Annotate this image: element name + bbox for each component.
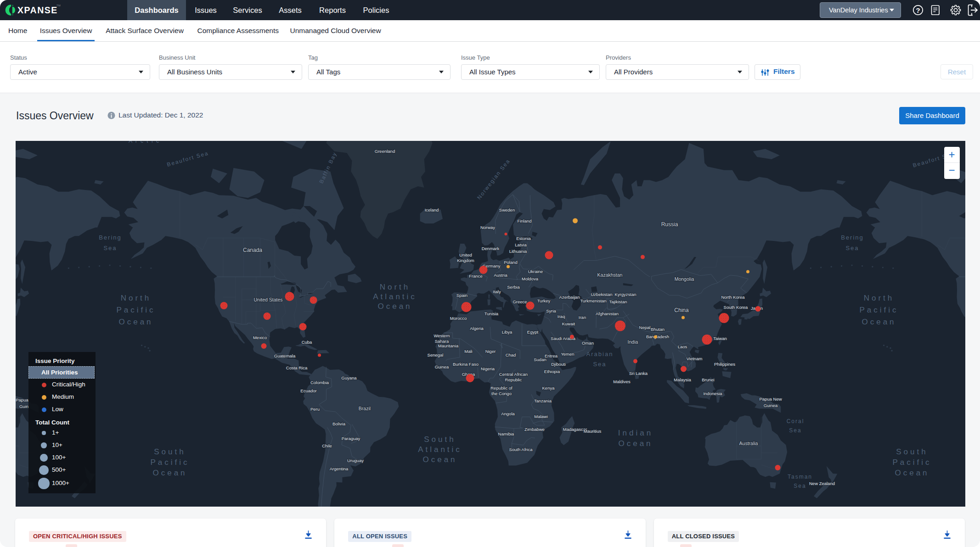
svg-text:Niger: Niger [485, 349, 496, 354]
svg-text:Kazakhstan: Kazakhstan [597, 272, 622, 278]
svg-text:Kyrgyzstan: Kyrgyzstan [614, 292, 636, 297]
svg-text:Tanzania: Tanzania [534, 398, 552, 403]
svg-text:A r c t i c: A r c t i c [128, 141, 159, 144]
svg-text:Sea: Sea [103, 245, 117, 251]
svg-text:Russia: Russia [661, 221, 678, 228]
svg-text:South: South [424, 435, 456, 444]
svg-text:Iraq: Iraq [557, 314, 564, 319]
svg-text:Bering: Bering [841, 234, 864, 241]
svg-text:TM: TM [56, 4, 61, 7]
svg-text:Turkmenistan: Turkmenistan [580, 298, 606, 303]
svg-text:Morocco: Morocco [450, 316, 466, 321]
svg-text:Bhutan: Bhutan [650, 327, 664, 332]
svg-text:Uzbekistan: Uzbekistan [591, 292, 612, 297]
svg-text:Republic of: Republic of [490, 385, 513, 391]
svg-text:Colombia: Colombia [310, 380, 329, 385]
svg-text:Greenland: Greenland [374, 149, 394, 154]
svg-text:Mauritius: Mauritius [583, 429, 601, 434]
svg-text:Greece: Greece [513, 299, 527, 304]
svg-text:Brunei: Brunei [702, 377, 714, 382]
svg-text:South: South [154, 447, 186, 456]
svg-text:Maldives: Maldives [613, 379, 631, 384]
svg-text:Taiwan: Taiwan [713, 336, 727, 341]
svg-text:Uruguay: Uruguay [347, 458, 364, 463]
svg-text:Guin: Guin [19, 404, 28, 409]
svg-text:Kenya: Kenya [542, 385, 555, 391]
svg-text:Senegal: Senegal [427, 352, 443, 357]
svg-text:Republic: Republic [505, 377, 522, 382]
svg-text:South Africa: South Africa [509, 447, 533, 452]
svg-text:Ocean: Ocean [895, 469, 929, 477]
svg-text:Tunisia: Tunisia [484, 311, 498, 316]
svg-text:Nepal: Nepal [639, 325, 650, 330]
svg-text:China: China [674, 307, 689, 313]
svg-text:Bolivia: Bolivia [332, 421, 346, 426]
svg-text:Eritrea: Eritrea [545, 353, 558, 358]
svg-text:Azerbaijan: Azerbaijan [559, 295, 580, 300]
svg-text:Pacific: Pacific [116, 306, 155, 314]
svg-text:Tasman: Tasman [787, 474, 812, 480]
svg-text:Egypt: Egypt [527, 329, 538, 335]
svg-text:Sweden: Sweden [499, 207, 514, 212]
svg-text:Libya: Libya [501, 329, 512, 335]
svg-text:Sahara: Sahara [434, 339, 449, 344]
svg-text:Ecuador: Ecuador [300, 388, 316, 393]
svg-text:the Congo: the Congo [491, 391, 512, 396]
svg-text:Costa Rica: Costa Rica [286, 365, 307, 370]
svg-text:Indonesia: Indonesia [703, 391, 722, 396]
svg-text:Iceland: Iceland [424, 207, 439, 212]
svg-text:Paraguay: Paraguay [341, 436, 360, 441]
svg-text:North: North [120, 294, 151, 302]
svg-text:Papua: Papua [16, 397, 28, 402]
svg-text:Bangladesh: Bangladesh [646, 334, 669, 339]
svg-text:Chile: Chile [322, 443, 332, 448]
svg-text:Iran: Iran [578, 315, 586, 320]
svg-text:South Korea: South Korea [723, 305, 748, 310]
svg-text:Poland: Poland [504, 260, 518, 265]
svg-text:Zimbabwe: Zimbabwe [524, 427, 545, 432]
svg-text:France: France [469, 274, 483, 279]
svg-text:Canada: Canada [242, 247, 262, 253]
svg-text:Mongolia: Mongolia [674, 276, 694, 282]
svg-text:New Zealand: New Zealand [809, 481, 835, 486]
svg-text:Cuba: Cuba [301, 340, 312, 345]
svg-text:Pacific: Pacific [859, 306, 898, 314]
svg-text:Italy: Italy [493, 289, 501, 294]
svg-text:Finland: Finland [517, 218, 531, 223]
svg-text:Mauritania: Mauritania [438, 343, 458, 348]
svg-text:Mexico: Mexico [253, 335, 266, 340]
svg-text:Serbia: Serbia [507, 285, 520, 290]
svg-text:North Korea: North Korea [721, 295, 745, 300]
svg-text:Pacific: Pacific [892, 458, 931, 467]
svg-text:Arabian: Arabian [586, 351, 613, 357]
svg-text:Denmark: Denmark [481, 246, 499, 251]
svg-text:Ukraine: Ukraine [528, 269, 543, 274]
svg-text:Sea: Sea [794, 483, 806, 489]
svg-text:Guyana: Guyana [341, 375, 357, 380]
svg-text:Sea: Sea [845, 245, 859, 251]
svg-text:South: South [896, 447, 928, 456]
svg-text:Namibia: Namibia [498, 431, 514, 436]
svg-text:Ocean: Ocean [118, 318, 153, 326]
svg-text:Estonia: Estonia [516, 236, 531, 241]
svg-text:Algeria: Algeria [470, 326, 484, 331]
svg-text:Tajikistan: Tajikistan [609, 299, 627, 304]
svg-text:Kingdom: Kingdom [457, 258, 474, 263]
svg-text:Sea: Sea [593, 361, 606, 368]
svg-text:Malawi: Malawi [534, 414, 548, 419]
svg-text:Chad: Chad [505, 352, 516, 357]
svg-text:Peru: Peru [310, 407, 319, 412]
svg-text:Vietnam: Vietnam [686, 356, 702, 361]
svg-text:Oman: Oman [582, 340, 594, 346]
svg-text:Kuwait: Kuwait [562, 321, 575, 326]
svg-text:Atlantic: Atlantic [418, 445, 462, 454]
svg-text:Pacific: Pacific [150, 458, 189, 467]
svg-text:Mali: Mali [464, 349, 472, 354]
svg-text:Sri Lanka: Sri Lanka [629, 371, 648, 376]
svg-text:North: North [863, 294, 894, 302]
svg-text:Guatemala: Guatemala [274, 353, 295, 358]
svg-text:Lithuania: Lithuania [509, 249, 527, 254]
svg-text:Spain: Spain [456, 293, 467, 298]
svg-text:Sea: Sea [789, 427, 801, 434]
svg-text:Ocean: Ocean [862, 318, 896, 326]
